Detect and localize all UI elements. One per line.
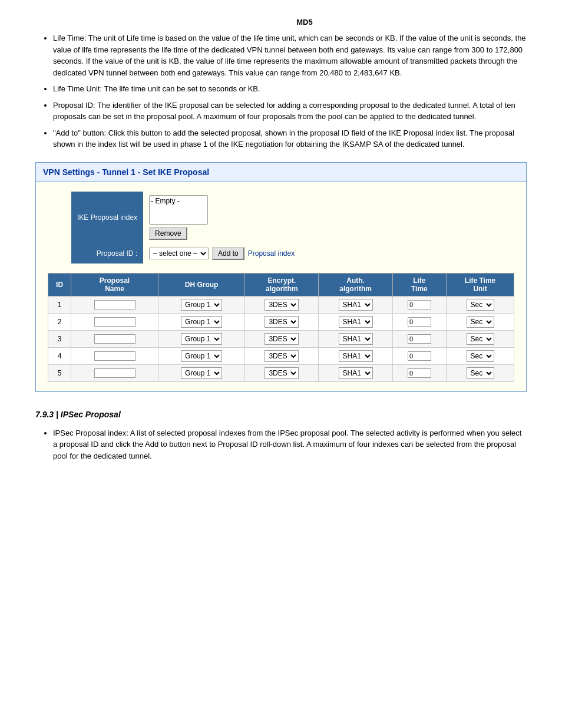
row-life-time-unit: Sec — [447, 364, 514, 381]
dh-group-select[interactable]: Group 1 — [181, 350, 222, 362]
dh-group-select[interactable]: Group 1 — [181, 333, 222, 345]
intro-bullet-list: Life Time: The unit of Life time is base… — [53, 32, 527, 150]
row-life-time-unit: Sec — [447, 313, 514, 330]
proposal-id-field: – select one – Add to Proposal index — [143, 243, 300, 263]
table-row: 5Group 13DESSHA1Sec — [48, 364, 514, 381]
ike-proposal-index-label: IKE Proposal index — [71, 192, 143, 243]
proposal-name-input[interactable] — [94, 334, 135, 344]
col-life-time-unit: Life TimeUnit — [447, 273, 514, 296]
row-life-time-unit: Sec — [447, 347, 514, 364]
proposal-id-label: Proposal ID : — [71, 243, 143, 263]
dh-group-select[interactable]: Group 1 — [181, 299, 222, 311]
encrypt-select[interactable]: 3DES — [265, 299, 299, 311]
row-life-time — [392, 296, 447, 313]
dh-group-select[interactable]: Group 1 — [181, 367, 222, 379]
row-name — [71, 313, 158, 330]
ipsec-bullet-0: IPSec Proposal index: A list of selected… — [53, 427, 527, 462]
proposal-id-row: – select one – Add to Proposal index — [149, 247, 295, 260]
section-793-heading: 7.9.3 | IPSec Proposal — [35, 410, 527, 419]
table-row: 1Group 13DESSHA1Sec — [48, 296, 514, 313]
row-name — [71, 330, 158, 347]
proposal-name-input[interactable] — [94, 368, 135, 378]
row-encrypt: 3DES — [245, 347, 319, 364]
row-dh: Group 1 — [158, 330, 245, 347]
row-life-time — [392, 347, 447, 364]
row-id: 2 — [48, 313, 71, 330]
row-encrypt: 3DES — [245, 330, 319, 347]
col-auth: Auth.algorithm — [319, 273, 392, 296]
row-id: 3 — [48, 330, 71, 347]
col-dh-group: DH Group — [158, 273, 245, 296]
proposal-index-link[interactable]: Proposal index — [248, 249, 295, 258]
row-life-time-unit: Sec — [447, 330, 514, 347]
proposal-table: ID ProposalName DH Group Encrypt.algorit… — [48, 273, 514, 382]
row-name — [71, 347, 158, 364]
bullet-lifetime-unit: Life Time Unit: The life time unit can b… — [53, 83, 527, 95]
row-auth: SHA1 — [319, 364, 392, 381]
ike-form-table: IKE Proposal index - Empty - Remove Prop… — [71, 192, 300, 263]
row-auth: SHA1 — [319, 347, 392, 364]
row-life-time — [392, 313, 447, 330]
auth-select[interactable]: SHA1 — [339, 367, 373, 379]
dh-group-select[interactable]: Group 1 — [181, 316, 222, 328]
proposal-name-input[interactable] — [94, 351, 135, 361]
row-life-time — [392, 364, 447, 381]
row-id: 4 — [48, 347, 71, 364]
proposal-name-input[interactable] — [94, 300, 135, 309]
remove-button[interactable]: Remove — [149, 227, 187, 240]
empty-option: - Empty - — [151, 197, 206, 205]
row-auth: SHA1 — [319, 313, 392, 330]
col-encrypt: Encrypt.algorithm — [245, 273, 319, 296]
col-proposal-name: ProposalName — [71, 273, 158, 296]
encrypt-select[interactable]: 3DES — [265, 333, 299, 345]
table-row: 2Group 13DESSHA1Sec — [48, 313, 514, 330]
row-encrypt: 3DES — [245, 313, 319, 330]
table-row: 3Group 13DESSHA1Sec — [48, 330, 514, 347]
add-to-button[interactable]: Add to — [212, 247, 244, 260]
row-id: 1 — [48, 296, 71, 313]
life-time-unit-select[interactable]: Sec — [467, 333, 494, 345]
life-time-unit-select[interactable]: Sec — [467, 316, 494, 328]
life-time-input[interactable] — [408, 351, 431, 361]
life-time-unit-select[interactable]: Sec — [467, 367, 494, 379]
ike-proposal-listbox[interactable]: - Empty - — [149, 195, 208, 225]
encrypt-select[interactable]: 3DES — [265, 316, 299, 328]
proposal-table-section: ID ProposalName DH Group Encrypt.algorit… — [48, 273, 514, 382]
row-auth: SHA1 — [319, 330, 392, 347]
bullet-proposal-id: Proposal ID: The identifier of the IKE p… — [53, 100, 527, 123]
row-id: 5 — [48, 364, 71, 381]
bullet-add-to: "Add to" button: Click this button to ad… — [53, 127, 527, 150]
md5-label: MD5 — [82, 18, 527, 27]
auth-select[interactable]: SHA1 — [339, 350, 373, 362]
auth-select[interactable]: SHA1 — [339, 333, 373, 345]
row-encrypt: 3DES — [245, 364, 319, 381]
life-time-input[interactable] — [408, 368, 431, 378]
row-dh: Group 1 — [158, 296, 245, 313]
row-encrypt: 3DES — [245, 296, 319, 313]
proposal-name-input[interactable] — [94, 317, 135, 327]
row-dh: Group 1 — [158, 313, 245, 330]
life-time-unit-select[interactable]: Sec — [467, 350, 494, 362]
auth-select[interactable]: SHA1 — [339, 299, 373, 311]
row-life-time-unit: Sec — [447, 296, 514, 313]
proposal-id-select[interactable]: – select one – — [149, 248, 209, 259]
row-auth: SHA1 — [319, 296, 392, 313]
life-time-unit-select[interactable]: Sec — [467, 299, 494, 311]
vpn-title: VPN Settings - Tunnel 1 - Set IKE Propos… — [36, 163, 526, 182]
listbox-container: - Empty - — [149, 195, 295, 225]
row-name — [71, 296, 158, 313]
table-row: 4Group 13DESSHA1Sec — [48, 347, 514, 364]
row-life-time — [392, 330, 447, 347]
col-id: ID — [48, 273, 71, 296]
section-793-bullets: IPSec Proposal index: A list of selected… — [53, 427, 527, 462]
life-time-input[interactable] — [408, 334, 431, 344]
life-time-input[interactable] — [408, 300, 431, 309]
encrypt-select[interactable]: 3DES — [265, 350, 299, 362]
bullet-lifetime: Life Time: The unit of Life time is base… — [53, 32, 527, 78]
life-time-input[interactable] — [408, 317, 431, 327]
row-name — [71, 364, 158, 381]
auth-select[interactable]: SHA1 — [339, 316, 373, 328]
row-dh: Group 1 — [158, 364, 245, 381]
encrypt-select[interactable]: 3DES — [265, 367, 299, 379]
row-dh: Group 1 — [158, 347, 245, 364]
